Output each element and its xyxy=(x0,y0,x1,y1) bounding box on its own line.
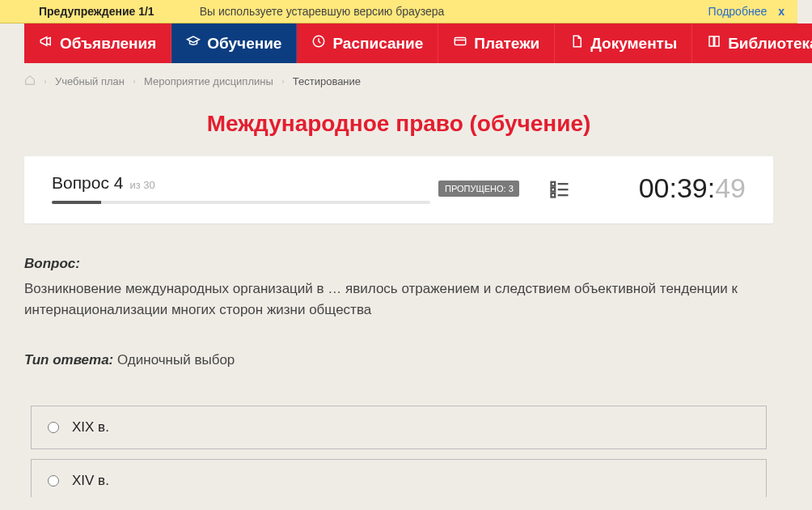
chevron-right-icon xyxy=(131,79,137,85)
crumb-test: Тестирование xyxy=(293,75,361,87)
tab-schedule[interactable]: Расписание xyxy=(297,23,438,63)
tab-learning[interactable]: Обучение xyxy=(171,23,297,63)
question-label: Вопрос: xyxy=(24,256,80,271)
page-root: Предупреждение 1/1 Вы используете устаре… xyxy=(0,0,797,497)
svg-rect-2 xyxy=(552,181,556,185)
answer-option[interactable]: XIV в. xyxy=(31,459,767,497)
answer-text: XIX в. xyxy=(72,419,109,436)
tab-label: Документы xyxy=(590,35,677,53)
question-total: из 30 xyxy=(129,179,154,191)
warning-more-link[interactable]: Подробнее xyxy=(708,5,768,18)
chevron-right-icon xyxy=(42,79,49,85)
timer-sub: 49 xyxy=(715,172,746,203)
breadcrumb: Учебный план Мероприятие дисциплины Тест… xyxy=(0,63,797,96)
answer-radio[interactable] xyxy=(48,422,59,433)
list-icon xyxy=(548,177,571,200)
main-tabs: Объявления Обучение Расписание Платежи xyxy=(24,23,773,63)
chevron-right-icon xyxy=(280,79,286,85)
test-status-card: Вопрос 4 из 30 ПРОПУЩЕНО: 3 00:39:4 xyxy=(24,156,773,223)
browser-warning-bar: Предупреждение 1/1 Вы используете устаре… xyxy=(0,0,797,23)
question-list-button[interactable] xyxy=(527,177,592,200)
tab-label: Библиотека xyxy=(728,35,812,53)
clock-icon xyxy=(311,34,326,53)
question-block: Вопрос: Возникновение международных орга… xyxy=(24,256,773,368)
progress-bar xyxy=(52,201,430,204)
graduation-cap-icon xyxy=(186,34,201,53)
skipped-badge: ПРОПУЩЕНО: 3 xyxy=(438,181,519,197)
warning-message: Вы используете устаревшую версию браузер… xyxy=(200,5,708,18)
warning-close-button[interactable]: x xyxy=(778,5,785,18)
crumb-plan[interactable]: Учебный план xyxy=(55,75,125,87)
page-title: Международное право (обучение) xyxy=(0,111,797,137)
answer-option[interactable]: XIX в. xyxy=(31,406,767,449)
book-icon xyxy=(707,34,721,53)
tab-announcements[interactable]: Объявления xyxy=(24,23,171,63)
progress-fill xyxy=(52,201,101,204)
answers-list: XIX в. XIV в. xyxy=(31,406,767,497)
answer-text: XIV в. xyxy=(72,473,109,489)
svg-rect-4 xyxy=(552,193,556,197)
tab-payments[interactable]: Платежи xyxy=(438,23,555,63)
answer-type-label: Тип ответа: xyxy=(24,352,113,368)
timer: 00:39:49 xyxy=(600,172,746,204)
question-number: Вопрос 4 xyxy=(52,173,123,193)
timer-main: 00:39: xyxy=(639,172,716,203)
answer-type-text: Одиночный выбор xyxy=(117,352,235,368)
question-text: Возникновение международных организаций … xyxy=(24,278,773,320)
tab-label: Объявления xyxy=(60,35,156,53)
page-scroll-container[interactable]: Предупреждение 1/1 Вы используете устаре… xyxy=(0,0,812,497)
tab-label: Платежи xyxy=(474,35,539,53)
home-icon[interactable] xyxy=(24,74,36,88)
tab-documents[interactable]: Документы xyxy=(555,23,692,63)
crumb-event[interactable]: Мероприятие дисциплины xyxy=(144,75,273,87)
document-icon xyxy=(569,34,584,53)
tab-label: Расписание xyxy=(332,35,423,53)
tab-library[interactable]: Библиотека xyxy=(692,23,812,63)
svg-rect-3 xyxy=(552,187,556,191)
tab-label: Обучение xyxy=(207,35,281,53)
svg-rect-1 xyxy=(455,38,466,45)
warning-title: Предупреждение 1/1 xyxy=(39,5,154,18)
answer-radio[interactable] xyxy=(48,475,59,487)
megaphone-icon xyxy=(39,34,53,53)
card-icon xyxy=(453,34,467,53)
